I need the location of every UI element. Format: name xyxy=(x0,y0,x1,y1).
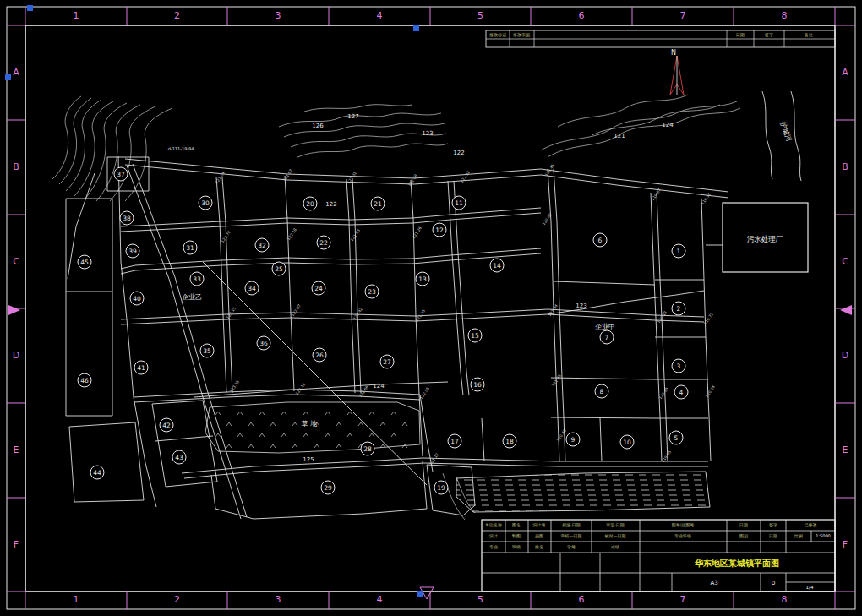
parcel-number: 23 xyxy=(368,288,376,296)
parcel-number: 3 xyxy=(677,363,681,370)
road-line xyxy=(134,395,420,402)
grip-handle xyxy=(5,74,11,80)
spot-elevation: 122.58 xyxy=(407,173,418,187)
grass-symbol xyxy=(281,412,286,415)
parcel-number: 41 xyxy=(137,364,145,372)
north-label: N xyxy=(671,49,676,57)
parcel-number: 4 xyxy=(679,389,684,396)
title-block-label: 图名 xyxy=(512,522,521,528)
title-block-label: 姓名 xyxy=(535,544,543,549)
grid-letter-right: C xyxy=(842,256,848,267)
contour-line xyxy=(66,100,101,191)
parcel-number: 14 xyxy=(493,262,501,270)
grass-symbol xyxy=(347,412,352,415)
map-label: d-111-19.94 xyxy=(168,146,194,151)
title-block-label: 比例 xyxy=(794,533,803,539)
grid-letter-left: B xyxy=(13,161,19,172)
grid-letter-right: E xyxy=(843,444,848,455)
grip-handle xyxy=(417,591,423,597)
title-block-label: 日期 xyxy=(739,522,748,528)
parcel-number: 11 xyxy=(455,199,463,207)
grid-number-bottom: 8 xyxy=(782,594,788,605)
grass-symbol xyxy=(314,444,319,448)
grass-symbol xyxy=(248,422,254,426)
grass-symbol xyxy=(216,412,221,415)
parcel-number: 34 xyxy=(248,285,256,292)
grid-number-bottom: 6 xyxy=(579,594,585,605)
parcel-number: 44 xyxy=(93,469,101,477)
parcel-number: 39 xyxy=(128,248,137,255)
grid-letter-left: D xyxy=(13,350,19,361)
grass-label: 草 地 xyxy=(302,420,318,428)
title-block-label: 拟编·日期 xyxy=(562,522,581,528)
cad-drawing-sheet: 草 地污水处理厂12345678910111213141516171819202… xyxy=(0,0,862,616)
grip-handle xyxy=(27,5,33,11)
grass-symbol xyxy=(369,433,374,437)
grass-symbol xyxy=(303,433,308,437)
title-block-label: 已修改 xyxy=(805,522,817,527)
grass-symbol xyxy=(303,412,308,415)
contour-line xyxy=(304,105,412,112)
grass-symbol xyxy=(380,422,385,426)
spot-elevation: 120.48 xyxy=(556,428,567,442)
road-line xyxy=(482,418,484,461)
centering-mark-right xyxy=(840,305,852,315)
map-label: 124 xyxy=(373,383,385,390)
grass-symbol xyxy=(237,412,243,415)
title-block-label: 设计号 xyxy=(532,522,546,527)
moat-river-line xyxy=(791,91,801,181)
road-line xyxy=(152,401,217,487)
parcel-number: 22 xyxy=(319,239,328,247)
parcel-number: 21 xyxy=(374,200,382,208)
parcel-number: 29 xyxy=(324,484,332,492)
contour-line xyxy=(59,98,91,184)
grass-symbol xyxy=(402,444,407,448)
grid-number-top: 2 xyxy=(174,10,180,21)
road-line xyxy=(118,156,156,507)
spot-elevation: 122.87 xyxy=(291,303,302,317)
grip-handle xyxy=(413,25,419,31)
parcel-number: 40 xyxy=(133,295,141,303)
grid-letter-left: E xyxy=(14,444,19,455)
contour-line xyxy=(52,96,81,179)
grass-symbol xyxy=(391,433,396,437)
parcel-number: 16 xyxy=(473,381,482,389)
spot-elevation: 120.85 xyxy=(658,386,669,400)
road-line xyxy=(551,417,708,418)
grass-symbol xyxy=(391,412,396,415)
grass-symbol xyxy=(259,412,265,415)
title-block-label: 日期 xyxy=(769,533,777,539)
parcel-number: 25 xyxy=(275,265,283,273)
road-line xyxy=(184,463,708,478)
road-line xyxy=(600,418,602,461)
contour-line xyxy=(96,105,140,201)
parcel-number: 46 xyxy=(80,377,89,384)
title-block-label: 设计 xyxy=(488,533,498,538)
spot-elevation: 121.92 xyxy=(460,170,471,183)
grass-symbol xyxy=(292,422,297,426)
road-line xyxy=(651,193,662,461)
spot-elevation: 120.24 xyxy=(705,384,716,398)
parcel-number: 32 xyxy=(258,242,266,249)
parcel-number: 9 xyxy=(571,436,576,444)
road-line xyxy=(121,208,541,226)
road-line xyxy=(125,159,728,192)
sheet-number: 1/4 xyxy=(806,585,814,590)
revision-label: 修改依据 xyxy=(512,32,530,38)
road-line xyxy=(657,193,668,461)
moat-river-line xyxy=(762,91,772,179)
sheet-title: 华东地区某城镇平面图 xyxy=(694,559,779,568)
grass-symbol xyxy=(336,422,341,426)
parcel-number: 37 xyxy=(117,171,125,178)
parcel-number: 33 xyxy=(193,275,201,283)
revision-label: 修改标记 xyxy=(488,32,506,38)
parcel-number: 30 xyxy=(201,199,210,207)
grass-symbol xyxy=(325,412,330,415)
parcel-number: 35 xyxy=(203,347,211,355)
parcel-number: 6 xyxy=(598,237,603,244)
parcel-number: 38 xyxy=(123,215,131,222)
parcel-number: 43 xyxy=(175,454,183,461)
grid-number-top: 6 xyxy=(579,10,585,21)
grass-symbol xyxy=(402,422,407,426)
grass-symbol xyxy=(216,433,221,437)
